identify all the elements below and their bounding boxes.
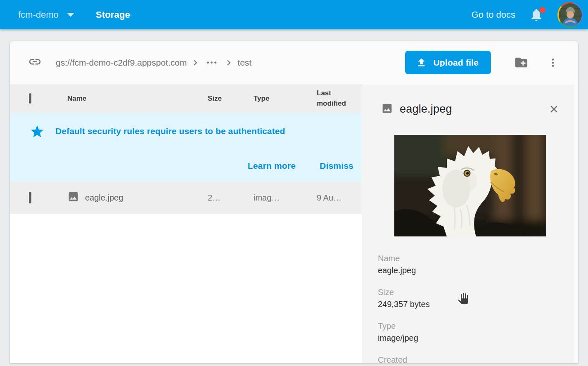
breadcrumb: gs://fcm-demo-c2df9.appspot.com ••• test xyxy=(42,57,251,68)
file-preview-image[interactable] xyxy=(394,135,546,236)
topbar-actions: Go to docs xyxy=(472,2,583,28)
column-header-type: Type xyxy=(254,94,317,103)
upload-file-button[interactable]: Upload file xyxy=(405,51,491,74)
security-rules-banner: Default security rules require users to … xyxy=(10,113,362,182)
field-label: Type xyxy=(378,321,578,331)
link-icon[interactable] xyxy=(28,55,42,70)
avatar[interactable] xyxy=(557,2,583,28)
file-details-panel: eagle.jpeg xyxy=(362,84,578,363)
field-created: Created xyxy=(378,354,578,363)
field-label: Name xyxy=(378,253,578,264)
storage-card: gs://fcm-demo-c2df9.appspot.com ••• test… xyxy=(10,41,578,363)
create-folder-button[interactable] xyxy=(514,55,529,70)
file-table: Name Size Type Last modified Default sec… xyxy=(10,84,362,363)
image-file-icon xyxy=(381,102,393,116)
select-all-checkbox[interactable] xyxy=(29,93,31,104)
image-file-icon xyxy=(67,191,79,205)
table-row[interactable]: eagle.jpeg 2… imag… 9 Au… xyxy=(10,182,362,214)
field-type: Type image/jpeg xyxy=(378,321,578,344)
panel-title: eagle.jpeg xyxy=(400,103,452,116)
chevron-right-icon xyxy=(190,57,201,68)
go-to-docs-link[interactable]: Go to docs xyxy=(472,9,515,20)
table-empty-space xyxy=(10,214,362,363)
row-checkbox[interactable] xyxy=(29,192,31,203)
file-size: 2… xyxy=(208,193,254,203)
column-header-last-modified: Last modified xyxy=(317,88,362,109)
banner-message: Default security rules require users to … xyxy=(55,124,285,136)
field-value: 249,357 bytes xyxy=(378,298,578,310)
field-value: image/jpeg xyxy=(378,332,578,344)
star-icon xyxy=(30,124,45,139)
more-vert-icon xyxy=(548,57,558,68)
field-value: eagle.jpeg xyxy=(378,264,578,276)
upload-icon xyxy=(416,57,427,68)
column-header-name: Name xyxy=(67,94,208,103)
file-name: eagle.jpeg xyxy=(85,193,123,203)
close-panel-button[interactable] xyxy=(548,103,560,115)
overflow-menu-button[interactable] xyxy=(548,57,558,68)
file-metadata: Name eagle.jpeg Size 249,357 bytes Type … xyxy=(362,236,578,363)
avatar-photo xyxy=(559,3,582,26)
learn-more-button[interactable]: Learn more xyxy=(248,161,296,171)
dismiss-button[interactable]: Dismiss xyxy=(320,161,353,171)
file-type: imag… xyxy=(254,193,317,203)
project-selector[interactable]: fcm-demo xyxy=(18,9,74,20)
breadcrumb-collapsed[interactable]: ••• xyxy=(204,59,220,67)
breadcrumb-bucket[interactable]: gs://fcm-demo-c2df9.appspot.com xyxy=(56,58,187,68)
column-header-size: Size xyxy=(208,94,254,103)
table-header-row: Name Size Type Last modified xyxy=(10,84,362,113)
field-size: Size 249,357 bytes xyxy=(378,287,578,310)
breadcrumb-folder-test[interactable]: test xyxy=(237,58,251,68)
notification-badge xyxy=(539,7,545,13)
notifications-bell-icon[interactable] xyxy=(529,7,544,23)
file-last-modified: 9 Au… xyxy=(317,193,362,203)
storage-toolbar: gs://fcm-demo-c2df9.appspot.com ••• test… xyxy=(10,41,578,84)
upload-file-label: Upload file xyxy=(433,58,479,68)
field-label: Size xyxy=(378,287,578,298)
close-icon xyxy=(548,103,560,115)
page-title: Storage xyxy=(96,9,130,20)
project-name: fcm-demo xyxy=(18,9,59,20)
field-name: Name eagle.jpeg xyxy=(378,253,578,276)
chevron-down-icon xyxy=(67,13,74,17)
field-label: Created xyxy=(378,354,578,363)
create-folder-icon xyxy=(514,55,529,70)
chevron-right-icon xyxy=(223,57,234,68)
app-header: fcm-demo Storage Go to docs xyxy=(0,0,588,29)
